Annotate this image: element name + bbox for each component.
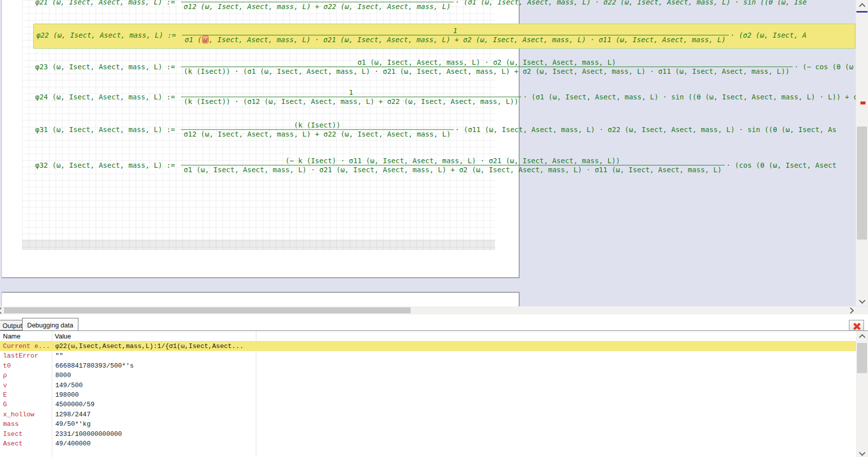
formula-lhs: φ22 (ω, Isect, Asect, mass, L) :=	[36, 31, 180, 40]
scroll-down-icon[interactable]	[859, 449, 865, 456]
fraction-denominator: σ12 (ω, Isect, Asect, mass, L) + σ22 (ω,…	[181, 2, 454, 11]
formula-multiplier: · (σ1 (ω, Isect, Asect, mass, L) · sin (…	[523, 93, 856, 101]
row-name: Isect	[0, 429, 52, 439]
debug-tabstrip: Output Debugging data	[0, 314, 868, 330]
formula-lhs: φ24 (ω, Isect, Asect, mass, L) :=	[35, 93, 179, 101]
scroll-up-icon[interactable]	[859, 3, 865, 10]
row-name: Asect	[0, 439, 52, 448]
formula-phi24[interactable]: φ24 (ω, Isect, Asect, mass, L) := 1(k (I…	[35, 88, 856, 106]
formula-phi32[interactable]: φ32 (ω, Isect, Asect, mass, L) := (− k (…	[35, 157, 836, 174]
row-name: G	[0, 400, 52, 409]
formula-multiplier: · (− cos (θ (ω	[794, 63, 853, 71]
formula-lhs: φ32 (ω, Isect, Asect, mass, L) :=	[35, 161, 179, 170]
row-value: 4500000/59	[52, 400, 256, 409]
row-name: lastError	[0, 351, 52, 361]
fraction-numerator: σ1 (ω, Isect, Asect, mass, L) · σ2 (ω, I…	[354, 58, 619, 67]
hscroll-thumb[interactable]	[4, 307, 411, 313]
table-row[interactable]: t06668841780393/500*'s	[0, 361, 856, 371]
column-header-name[interactable]: Name	[0, 332, 52, 340]
formula-fraction: 1(k (Isect)) · (σ12 (ω, Isect, Asect, ma…	[181, 88, 522, 106]
table-row[interactable]: ν149/500	[0, 381, 856, 390]
fraction-denominator: σ1 (ω, Isect, Asect, mass, L) · σ21 (ω, …	[181, 165, 725, 174]
formula-lhs: φ23 (ω, Isect, Asect, mass, L) :=	[35, 63, 179, 71]
row-name: ν	[0, 381, 52, 390]
fraction-numerator: (− k (Isect) · σ11 (ω, Isect, Asect, mas…	[282, 157, 623, 165]
worksheet-hscrollbar[interactable]	[0, 306, 855, 314]
debug-current-token: ω	[202, 36, 208, 44]
table-row[interactable]: x_hollow1298/2447	[0, 410, 856, 419]
scroll-down-icon[interactable]	[859, 297, 865, 304]
row-value: 49/50*'kg	[52, 419, 256, 429]
formula-lhs: φ21 (ω, Isect, Asect, mass, L) :=	[35, 0, 179, 7]
formula-multiplier: · (σ1 (ω, Isect, Asect, mass, L) · σ22 (…	[455, 0, 807, 7]
row-value: 8000	[52, 371, 256, 380]
table-body: Current e...φ22(ω,Isect,Asect,mass,L):1/…	[0, 341, 856, 448]
table-row[interactable]: ρ8000	[0, 371, 856, 380]
table-row[interactable]: Asect49/400000	[0, 439, 856, 448]
fraction-numerator: 1	[346, 88, 356, 97]
fraction-denominator: σ12 (ω, Isect, Asect, mass, L) + σ22 (ω,…	[181, 130, 454, 139]
formula-multiplier: · (σ2 (ω, Isect, A	[730, 31, 807, 40]
row-value: 198000	[52, 390, 256, 400]
worksheet-vscrollbar[interactable]	[856, 0, 868, 306]
row-name: x_hollow	[0, 410, 52, 419]
column-header-value[interactable]: Value	[52, 332, 256, 340]
scroll-right-icon[interactable]	[847, 307, 854, 314]
formula-multiplier: · (cos (θ (ω, Isect, Asect	[726, 161, 836, 170]
row-value: ""	[52, 351, 256, 361]
worksheet-view[interactable]: φ21 (ω, Isect, Asect, mass, L) := σ12 (ω…	[0, 0, 868, 314]
scroll-up-icon[interactable]	[859, 334, 865, 340]
scroll-left-icon[interactable]	[0, 307, 4, 314]
row-value: φ22(ω,Isect,Asect,mass,L):1/{σ1(ω,Isect,…	[52, 341, 256, 351]
formula-fraction: (− k (Isect) · σ11 (ω, Isect, Asect, mas…	[181, 157, 725, 174]
formula-fraction: 1σ1 (ω, Isect, Asect, mass, L) · σ21 (ω,…	[182, 27, 729, 44]
table-row[interactable]: Isect2331/100000000000	[0, 429, 856, 439]
formula-phi21[interactable]: φ21 (ω, Isect, Asect, mass, L) := σ12 (ω…	[35, 0, 807, 11]
fraction-denominator: (k (Isect)) · (σ12 (ω, Isect, Asect, mas…	[181, 97, 522, 106]
table-row[interactable]: lastError""	[0, 351, 856, 361]
debug-vscroll-thumb[interactable]	[857, 343, 867, 373]
debug-panel: Output Debugging data Name Value Current…	[0, 314, 868, 457]
table-header: Name Value	[0, 331, 856, 341]
fraction-numerator: (k (Isect))	[291, 121, 344, 130]
row-value: 2331/100000000000	[52, 429, 256, 439]
formula-fraction: σ1 (ω, Isect, Asect, mass, L) · σ2 (ω, I…	[181, 58, 793, 76]
scroll-position-marker	[856, 11, 867, 13]
row-value: 149/500	[52, 381, 256, 390]
row-name: mass	[0, 419, 52, 429]
scrollbar-corner	[855, 306, 868, 314]
fraction-numerator: 1	[450, 27, 460, 35]
formula-layer: φ21 (ω, Isect, Asect, mass, L) := σ12 (ω…	[0, 0, 856, 306]
error-position-marker	[860, 101, 865, 104]
row-name: t0	[0, 361, 52, 371]
table-row[interactable]: Current e...φ22(ω,Isect,Asect,mass,L):1/…	[0, 341, 856, 351]
table-row[interactable]: E198000	[0, 390, 856, 400]
formula-phi31[interactable]: φ31 (ω, Isect, Asect, mass, L) := (k (Is…	[35, 121, 836, 139]
debug-vscrollbar[interactable]	[856, 331, 868, 457]
row-name: E	[0, 390, 52, 400]
tab-debugging-data[interactable]: Debugging data	[22, 318, 78, 331]
row-name: ρ	[0, 371, 52, 380]
vscroll-thumb[interactable]	[857, 127, 867, 240]
formula-phi22[interactable]: φ22 (ω, Isect, Asect, mass, L) := 1σ1 (ω…	[36, 27, 807, 44]
fraction-denominator: (k (Isect)) · (σ1 (ω, Isect, Asect, mass…	[181, 67, 793, 76]
table-row[interactable]: G4500000/59	[0, 400, 856, 409]
fraction-denominator: σ1 (ω, Isect, Asect, mass, L) · σ21 (ω, …	[182, 35, 729, 44]
formula-multiplier: · (σ11 (ω, Isect, Asect, mass, L) · σ22 …	[455, 126, 837, 134]
table-row[interactable]: mass49/50*'kg	[0, 419, 856, 429]
row-value: 49/400000	[52, 439, 256, 448]
formula-phi23[interactable]: φ23 (ω, Isect, Asect, mass, L) := σ1 (ω,…	[35, 58, 853, 76]
row-value: 6668841780393/500*'s	[52, 361, 256, 371]
debug-table: Name Value Current e...φ22(ω,Isect,Asect…	[0, 331, 856, 457]
row-name: Current e...	[0, 341, 52, 351]
formula-lhs: φ31 (ω, Isect, Asect, mass, L) :=	[35, 126, 179, 134]
row-value: 1298/2447	[52, 410, 256, 419]
formula-fraction: (k (Isect))σ12 (ω, Isect, Asect, mass, L…	[181, 121, 454, 139]
app-window: φ21 (ω, Isect, Asect, mass, L) := σ12 (ω…	[0, 0, 868, 457]
formula-fraction: σ12 (ω, Isect, Asect, mass, L) + σ22 (ω,…	[181, 0, 454, 11]
